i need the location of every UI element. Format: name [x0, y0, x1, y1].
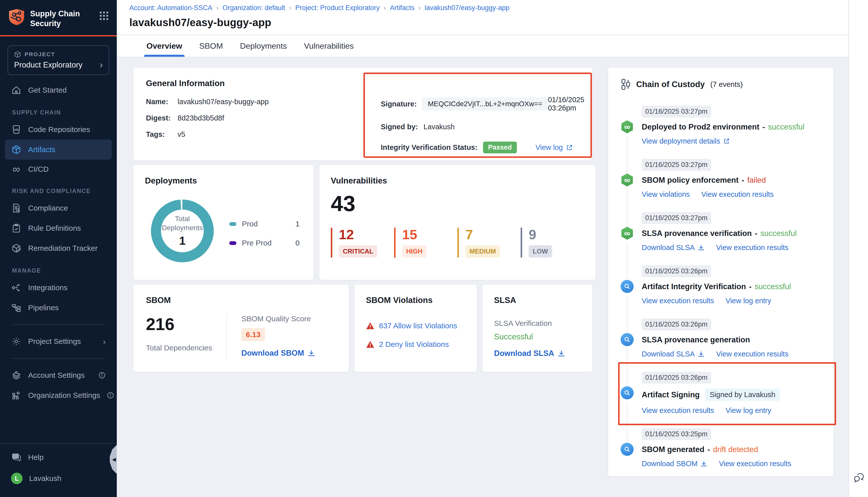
- coc-event-artifact-integrity: 01/16/2025 03:26pm Artifact Integrity Ve…: [621, 265, 821, 318]
- deployments-legend: Prod 1 Pre Prod 0: [229, 219, 299, 247]
- sidebar-item-account-settings[interactable]: Account Settings: [5, 365, 112, 385]
- tab-overview[interactable]: Overview: [145, 35, 184, 57]
- info-icon: [98, 371, 106, 379]
- view-execution-results-link[interactable]: View execution results: [642, 297, 714, 305]
- chain-of-custody-panel: Chain of Custody (7 events) ∞ 01/16/2025…: [608, 67, 834, 477]
- severity-critical: 12 CRITICAL: [331, 228, 394, 257]
- view-execution-results-link[interactable]: View execution results: [719, 459, 791, 468]
- brand-title: Supply Chain Security: [30, 9, 94, 29]
- view-execution-results-link[interactable]: View execution results: [701, 190, 773, 199]
- sidebar-item-integrations[interactable]: Integrations: [5, 278, 112, 298]
- slsa-verification-label: SLSA Verification: [494, 319, 581, 328]
- signed-by-row: Signed by: Lavakush: [381, 123, 573, 131]
- donut-center-label: Total Deployments: [161, 214, 204, 233]
- donut-center-value: 1: [179, 234, 186, 247]
- download-slsa-link[interactable]: Download SLSA: [642, 350, 704, 358]
- slsa-card: SLSA SLSA Verification Successful Downlo…: [482, 284, 593, 372]
- sbom-total-dependencies: 216: [146, 315, 226, 332]
- info-icon: [107, 392, 114, 399]
- view-execution-results-link[interactable]: View execution results: [716, 243, 788, 252]
- sidebar: Supply Chain Security PROJECT Product Ex…: [0, 0, 117, 497]
- brand-header: Supply Chain Security: [0, 0, 117, 35]
- pipeline-event-icon: ∞: [621, 173, 634, 186]
- sidebar-footer: ? Help L Lavakush: [0, 443, 117, 497]
- sidebar-item-code-repositories[interactable]: Code Repositories: [5, 119, 112, 140]
- pre-prod-legend-swatch: [229, 241, 236, 245]
- sidebar-item-pipelines[interactable]: Pipelines: [5, 298, 112, 318]
- sbom-total-label: Total Dependencies: [146, 344, 226, 352]
- sidebar-item-remediation-tracker[interactable]: Remediation Tracker: [5, 238, 112, 258]
- sidebar-item-compliance[interactable]: Compliance: [5, 198, 112, 218]
- home-icon: [11, 85, 22, 95]
- sidebar-item-rule-definitions[interactable]: Rule Definitions: [5, 218, 112, 238]
- severity-high: 15 HIGH: [394, 228, 457, 257]
- warning-triangle-icon: [366, 340, 375, 349]
- view-log-entry-link[interactable]: View log entry: [726, 407, 771, 415]
- sbom-violations-card: SBOM Violations 637 Allow list Violation…: [354, 284, 477, 372]
- scan-event-icon: [621, 333, 634, 346]
- sidebar-divider: [12, 358, 105, 359]
- allow-list-violations-link[interactable]: 637 Allow list Violations: [366, 322, 465, 330]
- chain-icon: [621, 79, 631, 90]
- project-selector-label: PROJECT: [25, 51, 55, 58]
- legend-item-pre-prod: Pre Prod 0: [229, 239, 299, 247]
- download-sbom-link[interactable]: Download SBOM: [241, 349, 315, 358]
- breadcrumb-current[interactable]: lavakush07/easy-buggy-app: [425, 4, 509, 12]
- sidebar-item-organization-settings[interactable]: Organization Settings: [5, 385, 112, 406]
- event-timestamp: 01/16/2025 03:26pm: [642, 372, 711, 384]
- download-slsa-link[interactable]: Download SLSA: [642, 243, 704, 252]
- breadcrumb-project[interactable]: Project: Product Exploratory: [295, 4, 380, 12]
- tab-sbom[interactable]: SBOM: [198, 35, 224, 57]
- tab-deployments[interactable]: Deployments: [239, 35, 289, 57]
- breadcrumb: Account: Automation-SSCA › Organization:…: [129, 4, 509, 12]
- sidebar-nav: Get Started SUPPLY CHAIN Code Repositori…: [0, 79, 117, 406]
- view-deployment-details-link[interactable]: View deployment details: [642, 137, 730, 145]
- breadcrumb-artifacts[interactable]: Artifacts: [390, 4, 415, 12]
- sidebar-item-artifacts[interactable]: Artifacts: [5, 140, 112, 160]
- external-link-icon: [566, 144, 573, 151]
- page-title: lavakush07/easy-buggy-app: [129, 17, 271, 29]
- severity-medium: 7 MEDIUM: [457, 228, 521, 257]
- collapse-arrow-icon: ◀: [112, 456, 116, 463]
- chevron-right-icon: ›: [100, 62, 103, 68]
- severity-row: 12 CRITICAL 15 HIGH 7 MEDIUM 9 LOW: [331, 228, 584, 257]
- coc-event-deployed-prod2: ∞ 01/16/2025 03:27pm Deployed to Prod2 e…: [621, 106, 821, 159]
- view-log-entry-link[interactable]: View log entry: [726, 297, 771, 305]
- sidebar-item-cicd[interactable]: ∞ CI/CD: [5, 160, 112, 179]
- sidebar-item-get-started[interactable]: Get Started: [5, 80, 112, 100]
- sbom-title: SBOM: [146, 296, 336, 305]
- view-execution-results-link[interactable]: View execution results: [642, 407, 714, 415]
- chat-support-icon[interactable]: [853, 472, 865, 484]
- download-icon: [698, 351, 704, 357]
- user-menu[interactable]: L Lavakush: [5, 467, 112, 489]
- coc-event-artifact-signing: 01/16/2025 03:26pm Artifact SigningSigne…: [621, 372, 821, 428]
- app-grid-icon[interactable]: [99, 11, 109, 20]
- event-timestamp: 01/16/2025 03:25pm: [642, 428, 711, 440]
- view-execution-results-link[interactable]: View execution results: [716, 350, 788, 358]
- download-slsa-link[interactable]: Download SLSA: [494, 349, 581, 358]
- document-search-icon: [11, 203, 22, 213]
- slsa-verification-status: Successful: [494, 332, 581, 341]
- event-timeline: ∞ 01/16/2025 03:27pm Deployed to Prod2 e…: [621, 106, 821, 481]
- breadcrumb-organization[interactable]: Organization: default: [223, 4, 285, 12]
- sidebar-item-project-settings[interactable]: Project Settings ›: [5, 331, 112, 352]
- integrations-share-icon: [11, 283, 22, 293]
- breadcrumb-account[interactable]: Account: Automation-SSCA: [129, 4, 212, 12]
- project-selector[interactable]: PROJECT Product Exploratory ›: [8, 45, 109, 75]
- download-sbom-link[interactable]: Download SBOM: [642, 459, 707, 468]
- box-pencil-icon: [11, 243, 22, 253]
- vulnerabilities-card: Vulnerabilities 43 12 CRITICAL 15 HIGH 7…: [319, 165, 596, 280]
- brand-accent-divider: [0, 35, 117, 37]
- view-log-link[interactable]: View log: [535, 143, 573, 152]
- coc-event-sbom-policy: ∞ 01/16/2025 03:27pm SBOM policy enforce…: [621, 159, 821, 212]
- scan-event-icon: [621, 280, 634, 293]
- deny-list-violations-link[interactable]: 2 Deny list Violations: [366, 340, 465, 349]
- view-violations-link[interactable]: View violations: [642, 190, 690, 199]
- download-icon: [700, 460, 707, 467]
- coc-event-slsa-generation: 01/16/2025 03:26pm SLSA provenance gener…: [621, 318, 821, 372]
- main-content: General Information Name: lavakush07/eas…: [117, 57, 849, 497]
- download-icon: [308, 350, 315, 357]
- vulnerabilities-total: 43: [331, 193, 584, 215]
- sidebar-item-help[interactable]: ? Help: [5, 447, 112, 467]
- tab-vulnerabilities[interactable]: Vulnerabilities: [303, 35, 355, 57]
